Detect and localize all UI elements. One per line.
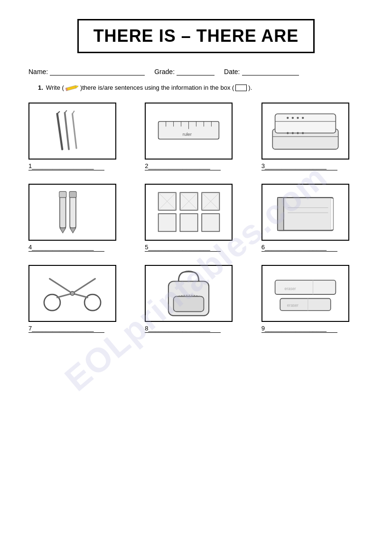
- image-cell-3: 3__________________: [261, 103, 364, 170]
- svg-point-25: [302, 117, 304, 119]
- image-cell-1: 1__________________: [28, 103, 131, 170]
- image-frame-5: [145, 184, 233, 241]
- svg-point-29: [302, 132, 304, 134]
- image-label-1: 1__________________: [28, 162, 104, 170]
- svg-marker-35: [70, 228, 76, 233]
- svg-rect-40: [180, 214, 198, 231]
- images-grid: 1__________________ ruler 2_____________…: [28, 103, 364, 333]
- svg-line-3: [57, 114, 63, 150]
- svg-line-54: [73, 279, 95, 293]
- svg-rect-39: [159, 214, 176, 231]
- svg-rect-41: [202, 214, 220, 231]
- svg-rect-48: [278, 198, 333, 230]
- image-frame-9: eraser eraser: [261, 265, 349, 322]
- instruction-row: 1. Write ( )there is/are sentences using…: [28, 84, 364, 91]
- image-label-4: 4__________________: [28, 244, 104, 252]
- svg-point-22: [287, 117, 289, 119]
- svg-marker-34: [60, 228, 66, 233]
- item-svg-pens: [29, 103, 115, 159]
- name-field: Name:: [28, 67, 145, 75]
- svg-point-24: [297, 117, 299, 119]
- svg-rect-30: [60, 192, 66, 228]
- svg-point-59: [70, 292, 75, 296]
- box-indicator: [235, 85, 247, 91]
- image-cell-5: 5__________________: [145, 184, 247, 252]
- image-cell-6: 6__________________: [261, 184, 364, 252]
- image-label-6: 6__________________: [261, 244, 337, 252]
- svg-point-23: [291, 117, 293, 119]
- item-svg-markers: [29, 185, 115, 240]
- svg-rect-50: [330, 198, 333, 229]
- svg-line-6: [57, 111, 60, 113]
- item-svg-scissors: [29, 266, 115, 321]
- svg-line-7: [65, 110, 67, 113]
- svg-point-28: [297, 132, 299, 134]
- image-frame-4: [28, 184, 116, 241]
- instruction-number: 1.: [38, 84, 43, 91]
- svg-rect-31: [70, 192, 76, 228]
- svg-line-53: [50, 279, 73, 293]
- image-cell-4: 4__________________: [28, 184, 131, 252]
- item-svg-book: [262, 185, 348, 240]
- image-frame-8: [145, 265, 233, 322]
- page-title: THERE IS – THERE ARE: [93, 26, 299, 46]
- image-label-5: 5__________________: [145, 244, 221, 252]
- instruction-text1: Write (: [46, 84, 64, 91]
- svg-rect-20: [275, 114, 336, 133]
- item-svg-boxes: [146, 185, 232, 240]
- svg-rect-61: [174, 296, 204, 311]
- item-svg-backpack: [146, 266, 232, 321]
- date-field: Date:: [224, 67, 299, 75]
- image-label-3: 3__________________: [261, 162, 337, 170]
- pencil-icon: [65, 83, 80, 93]
- item-svg-erasers: eraser eraser: [262, 266, 348, 321]
- image-cell-8: 8__________________: [145, 265, 247, 333]
- svg-rect-32: [59, 191, 66, 198]
- svg-line-5: [73, 114, 77, 148]
- svg-rect-49: [278, 198, 284, 230]
- svg-rect-0: [66, 85, 76, 91]
- instruction-text3: ).: [248, 84, 252, 91]
- image-cell-9: eraser eraser 9__________________: [261, 265, 364, 333]
- image-cell-7: 7__________________: [28, 265, 131, 333]
- image-frame-1: [28, 103, 116, 160]
- svg-line-4: [65, 113, 69, 150]
- info-line: Name: Grade: Date:: [28, 67, 364, 75]
- svg-line-8: [73, 111, 75, 113]
- image-label-7: 7__________________: [28, 325, 104, 333]
- svg-point-27: [291, 132, 293, 134]
- image-cell-2: ruler 2__________________: [145, 103, 247, 170]
- image-label-9: 9__________________: [261, 325, 337, 333]
- image-label-2: 2__________________: [145, 162, 221, 170]
- svg-text:eraser: eraser: [284, 286, 296, 291]
- grade-field: Grade:: [154, 67, 215, 75]
- instruction-text2: )there is/are sentences using the inform…: [80, 84, 234, 91]
- svg-text:ruler: ruler: [183, 132, 192, 137]
- svg-point-26: [287, 132, 289, 134]
- image-frame-7: [28, 265, 116, 322]
- item-svg-pencilcases: [262, 103, 348, 159]
- svg-marker-1: [75, 85, 79, 88]
- item-svg-ruler: ruler: [146, 103, 232, 159]
- image-label-8: 8__________________: [145, 325, 221, 333]
- svg-text:eraser: eraser: [287, 303, 298, 308]
- image-frame-6: [261, 184, 349, 241]
- title-box: THERE IS – THERE ARE: [77, 19, 315, 53]
- svg-rect-33: [69, 191, 76, 198]
- image-frame-2: ruler: [145, 103, 233, 160]
- image-frame-3: [261, 103, 349, 160]
